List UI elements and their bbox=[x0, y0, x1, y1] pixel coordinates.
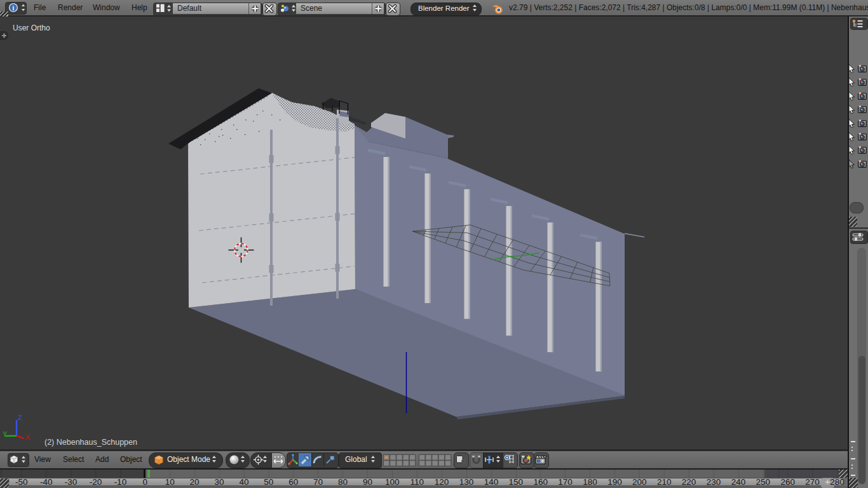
svg-text:User Ortho: User Ortho bbox=[13, 24, 50, 32]
svg-text:i: i bbox=[13, 4, 15, 11]
svg-text:Y: Y bbox=[3, 430, 8, 438]
svg-text:Z: Z bbox=[18, 414, 22, 421]
svg-text:(2) Nebenhaus_Schuppen: (2) Nebenhaus_Schuppen bbox=[44, 438, 137, 447]
svg-text:X: X bbox=[25, 433, 31, 441]
